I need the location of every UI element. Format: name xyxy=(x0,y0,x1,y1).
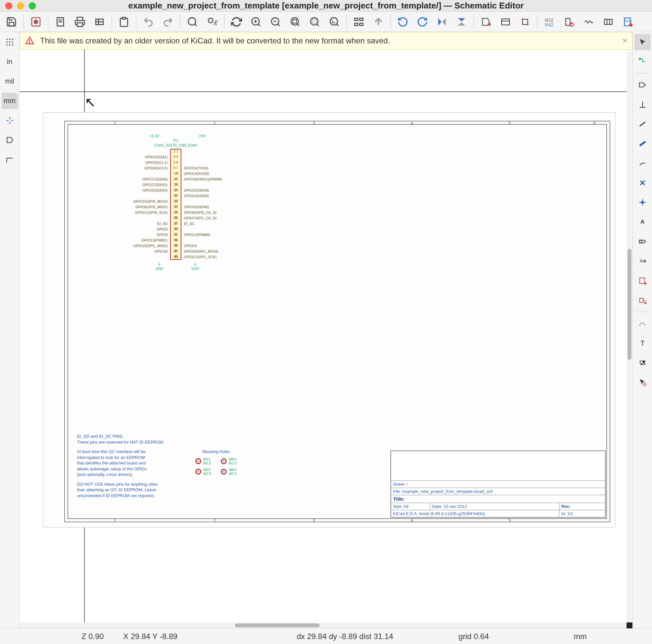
svg-text:A: A xyxy=(640,239,643,243)
find-button[interactable] xyxy=(184,14,201,30)
add-symbol-button[interactable] xyxy=(634,77,651,93)
svg-point-60 xyxy=(6,44,7,46)
svg-point-47 xyxy=(569,22,574,26)
simulator-button[interactable] xyxy=(580,14,598,30)
toggle-free-angle-button[interactable] xyxy=(2,151,18,168)
canvas[interactable]: ↖ 1 2 3 4 5 6 +3.3V xyxy=(20,50,632,628)
pin-row: ID_SD2728ID_SC xyxy=(129,222,246,227)
add-bus-entry-button[interactable] xyxy=(634,155,651,171)
print-button[interactable] xyxy=(71,14,89,30)
add-wire-button[interactable] xyxy=(634,116,651,132)
title-bar: example_new_project_from_template [examp… xyxy=(0,0,652,12)
highlight-net-button[interactable] xyxy=(634,54,651,70)
rotate-ccw-button[interactable] xyxy=(394,14,412,30)
refresh-button[interactable] xyxy=(228,14,245,30)
status-xy: X 29.84 Y -8.89 xyxy=(123,632,178,641)
close-infobar-button[interactable]: × xyxy=(622,35,628,46)
pin-row: 1718GPIO24(GEN5) xyxy=(129,194,246,200)
ruler-top: 3 xyxy=(313,121,315,126)
symbol-editor-button[interactable] xyxy=(477,14,495,30)
add-label-button[interactable]: A xyxy=(634,214,651,230)
pin-row: 12 xyxy=(129,150,246,155)
save-button[interactable] xyxy=(3,14,20,30)
leave-sheet-button[interactable] xyxy=(370,14,387,30)
erc-button[interactable] xyxy=(560,14,578,30)
add-text-button[interactable]: T xyxy=(634,335,651,351)
mounting-hole-icon xyxy=(221,458,227,464)
ruler-top: 4 xyxy=(411,121,413,126)
page-settings-button[interactable] xyxy=(52,14,69,30)
minimize-window-button[interactable] xyxy=(17,2,24,9)
delete-tool-button[interactable] xyxy=(634,374,651,390)
window-title: example_new_project_from_template [examp… xyxy=(128,1,523,11)
hierarchy-navigator-button[interactable] xyxy=(350,14,368,30)
assign-footprints-button[interactable] xyxy=(599,14,617,30)
mounting-holes[interactable]: Mounting Holes MK1M2.5 MK3M2.5 MK2M2.5 M… xyxy=(195,449,237,478)
status-dxy: dx 29.84 dy -8.89 dist 31.14 xyxy=(297,632,393,641)
units-mil-button[interactable]: mil xyxy=(2,73,18,89)
add-junction-button[interactable] xyxy=(634,194,651,210)
bom-button[interactable]: bom xyxy=(619,14,637,30)
svg-marker-71 xyxy=(639,83,645,87)
add-image-button[interactable] xyxy=(634,355,651,371)
svg-rect-25 xyxy=(313,19,316,23)
close-window-button[interactable] xyxy=(5,2,12,9)
add-noconnect-button[interactable] xyxy=(634,175,651,191)
add-sheet-button[interactable] xyxy=(634,273,651,289)
undo-button[interactable] xyxy=(140,14,157,30)
add-power-button[interactable] xyxy=(634,96,651,112)
mounting-hole-icon xyxy=(195,458,201,464)
mirror-vertical-button[interactable] xyxy=(453,14,470,30)
toggle-hidden-pins-button[interactable] xyxy=(2,132,18,148)
rotate-cw-button[interactable] xyxy=(414,14,431,30)
gnd-label: GND xyxy=(189,261,202,271)
import-sheet-pin-button[interactable]: A xyxy=(634,292,651,308)
zoom-selection-button[interactable] xyxy=(306,14,324,30)
svg-point-58 xyxy=(9,42,10,43)
zoom-in-button[interactable] xyxy=(247,14,265,30)
toggle-grid-button[interactable] xyxy=(2,34,18,50)
mirror-horizontal-button[interactable] xyxy=(433,14,451,30)
svg-point-85 xyxy=(644,260,646,262)
svg-rect-46 xyxy=(566,18,570,25)
maximize-window-button[interactable] xyxy=(29,2,36,9)
add-global-label-button[interactable]: A xyxy=(634,233,651,250)
pin-row: GPIO13(PWM1)3334 xyxy=(129,238,246,244)
plot-button[interactable] xyxy=(91,14,108,30)
svg-text:R42: R42 xyxy=(545,22,553,27)
svg-line-14 xyxy=(258,24,260,26)
status-unit: mm xyxy=(574,632,587,641)
connector-name: Conn_02x20_Odd_Even xyxy=(104,143,248,148)
svg-point-57 xyxy=(6,42,7,43)
add-bus-button[interactable] xyxy=(634,135,651,152)
units-mm-button[interactable]: mm xyxy=(2,93,18,109)
zoom-tool-button[interactable] xyxy=(326,14,343,30)
svg-point-56 xyxy=(12,38,13,40)
ruler-top: 2 xyxy=(213,121,216,126)
svg-rect-30 xyxy=(355,23,358,25)
select-tool-button[interactable] xyxy=(634,34,651,50)
zoom-fit-button[interactable] xyxy=(287,14,304,30)
toggle-cursor-button[interactable] xyxy=(2,112,18,129)
svg-point-38 xyxy=(488,23,491,26)
svg-line-18 xyxy=(278,24,280,26)
units-in-button[interactable]: in xyxy=(2,54,18,70)
add-line-button[interactable] xyxy=(634,315,651,332)
pin-row: GPIO9(SPI0_MISO)2122GPIO25(GEN6) xyxy=(129,205,246,210)
redo-button[interactable] xyxy=(159,14,177,30)
browse-symbols-button[interactable] xyxy=(497,14,514,30)
find-replace-button[interactable]: AB xyxy=(203,14,221,30)
vertical-scrollbar[interactable] xyxy=(627,50,632,622)
schematic-setup-button[interactable] xyxy=(27,14,45,30)
horizontal-scrollbar[interactable] xyxy=(20,622,627,628)
connector-component[interactable]: +3.3V +5V P1 Conn_02x20_Odd_Even 12GPIO2… xyxy=(104,135,248,272)
zoom-out-button[interactable] xyxy=(267,14,284,30)
crosshair-h xyxy=(20,92,632,92)
add-hier-label-button[interactable]: A xyxy=(634,253,651,269)
pin-row: GPIO3(SCL1)56 xyxy=(129,161,246,166)
paste-button[interactable] xyxy=(115,14,133,30)
pin-row: GPIO10(SPI0_MOSI)1920 xyxy=(129,200,246,205)
svg-point-61 xyxy=(9,44,10,46)
annotate-button[interactable]: R22R42 xyxy=(541,14,559,30)
footprint-editor-button[interactable] xyxy=(516,14,534,30)
